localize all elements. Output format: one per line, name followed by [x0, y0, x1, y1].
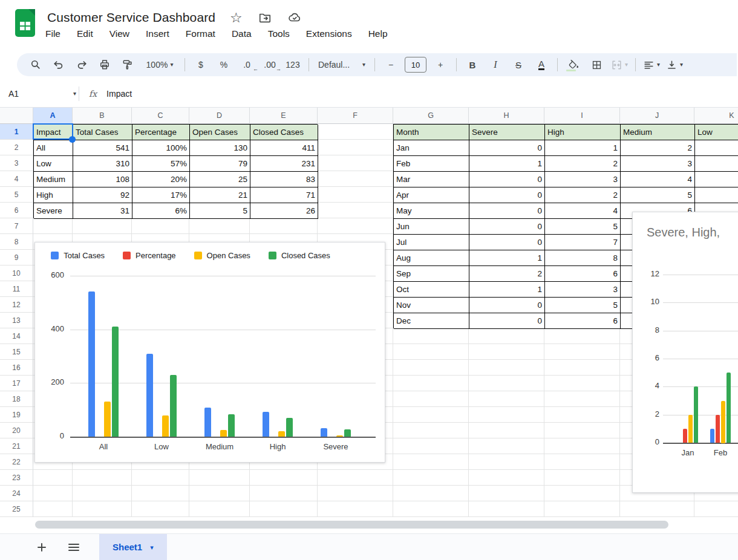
row-header-5[interactable]: 5	[0, 187, 33, 203]
table-cell[interactable]: 0	[469, 219, 545, 235]
table-cell[interactable]: Open Cases	[190, 125, 250, 140]
row-header-14[interactable]: 14	[0, 328, 33, 344]
row-header-12[interactable]: 12	[0, 297, 33, 313]
row-header-16[interactable]: 16	[0, 360, 33, 376]
vertical-align-button[interactable]: ▾	[663, 56, 686, 73]
table-cell[interactable]: 7	[545, 235, 621, 250]
table-cell[interactable]: Nov	[394, 298, 469, 313]
column-header-K[interactable]: K	[694, 108, 738, 124]
table-cell[interactable]: 3	[545, 172, 621, 187]
increase-decimal-button[interactable]: .00→	[258, 56, 281, 73]
menu-tools[interactable]: Tools	[268, 28, 290, 39]
column-header-J[interactable]: J	[620, 108, 694, 124]
menu-edit[interactable]: Edit	[77, 28, 93, 39]
grid-corner[interactable]	[0, 108, 33, 124]
table-cell[interactable]: 6%	[132, 203, 190, 219]
menu-file[interactable]: File	[45, 28, 60, 39]
table-cell[interactable]: Severe	[34, 203, 73, 219]
row-header-20[interactable]: 20	[0, 423, 33, 438]
chart-monthly-chart[interactable]: Severe, High,024681012JanFeb	[632, 212, 738, 493]
percent-format-button[interactable]: %	[212, 56, 235, 73]
table-cell[interactable]: 0	[469, 203, 545, 219]
table-cell[interactable]: 21	[190, 187, 250, 203]
column-header-B[interactable]: B	[73, 108, 132, 124]
table-cell[interactable]: 4	[545, 203, 621, 219]
table-cell[interactable]	[695, 140, 738, 156]
table-cell[interactable]: 0	[469, 187, 545, 203]
number-format-button[interactable]: 123	[281, 56, 304, 73]
table-cell[interactable]: 92	[73, 187, 132, 203]
table-cell[interactable]: High	[545, 125, 621, 140]
table-cell[interactable]: 31	[73, 203, 132, 219]
table-cell[interactable]	[695, 187, 738, 203]
table-cell[interactable]: Sep	[394, 266, 469, 282]
formula-input[interactable]: Impact	[106, 89, 132, 99]
table-cell[interactable]: 0	[469, 172, 545, 187]
print-button[interactable]	[93, 56, 116, 73]
selection-fill-handle[interactable]	[69, 136, 76, 143]
table-cell[interactable]: 57%	[132, 156, 190, 172]
search-button[interactable]	[24, 56, 47, 73]
star-icon[interactable]: ☆	[230, 11, 243, 24]
chart-impact-chart[interactable]: Total CasesPercentageOpen CasesClosed Ca…	[34, 242, 385, 463]
table-cell[interactable]: 17%	[132, 187, 190, 203]
table-cell[interactable]: 1	[469, 156, 545, 172]
table-cell[interactable]: 5	[621, 187, 695, 203]
table-cell[interactable]: 0	[469, 298, 545, 313]
table-cell[interactable]: Feb	[394, 156, 469, 172]
menu-format[interactable]: Format	[186, 28, 215, 39]
table-cell[interactable]: 3	[545, 282, 621, 298]
table-cell[interactable]: All	[34, 140, 73, 156]
italic-button[interactable]: I	[484, 56, 507, 73]
row-header-6[interactable]: 6	[0, 203, 33, 218]
font-select[interactable]: Defaul... ▾	[313, 56, 370, 73]
row-header-19[interactable]: 19	[0, 407, 33, 423]
table-cell[interactable]: 6	[545, 313, 621, 329]
row-header-17[interactable]: 17	[0, 376, 33, 391]
strikethrough-button[interactable]: S	[507, 56, 530, 73]
redo-button[interactable]	[70, 56, 93, 73]
bold-button[interactable]: B	[461, 56, 484, 73]
undo-button[interactable]	[47, 56, 70, 73]
table-cell[interactable]: Total Cases	[73, 125, 132, 140]
fill-color-button[interactable]	[562, 56, 585, 73]
row-header-2[interactable]: 2	[0, 140, 33, 155]
table-cell[interactable]: Percentage	[132, 125, 190, 140]
font-size-input[interactable]: 10	[405, 57, 426, 73]
table-cell[interactable]: 71	[250, 187, 318, 203]
table-cell[interactable]: 4	[621, 172, 695, 187]
table-cell[interactable]: 8	[545, 250, 621, 266]
table-cell[interactable]	[695, 156, 738, 172]
table-cell[interactable]: 2	[469, 266, 545, 282]
table-cell[interactable]: Low	[695, 125, 738, 140]
column-header-A[interactable]: A	[33, 108, 73, 124]
row-header-1[interactable]: 1	[0, 124, 33, 140]
row-header-11[interactable]: 11	[0, 281, 33, 297]
menu-extensions[interactable]: Extensions	[306, 28, 352, 39]
table-cell[interactable]: 541	[73, 140, 132, 156]
column-header-I[interactable]: I	[544, 108, 620, 124]
table-cell[interactable]: May	[394, 203, 469, 219]
menu-view[interactable]: View	[109, 28, 129, 39]
document-title[interactable]: Customer Service Dashboard	[47, 10, 215, 25]
table-cell[interactable]: Mar	[394, 172, 469, 187]
table-cell[interactable]: 1	[469, 250, 545, 266]
sheets-logo[interactable]	[15, 9, 35, 37]
row-header-21[interactable]: 21	[0, 438, 33, 454]
row-header-13[interactable]: 13	[0, 313, 33, 328]
table-cell[interactable]: Low	[34, 156, 73, 172]
table-cell[interactable]: 1	[469, 282, 545, 298]
menu-help[interactable]: Help	[368, 28, 388, 39]
decrease-decimal-button[interactable]: .0←	[235, 56, 258, 73]
table-cell[interactable]: 2	[621, 140, 695, 156]
row-header-3[interactable]: 3	[0, 155, 33, 171]
row-header-18[interactable]: 18	[0, 391, 33, 407]
table-cell[interactable]: Impact	[34, 125, 73, 140]
table-cell[interactable]: 5	[545, 298, 621, 313]
table-cell[interactable]: Severe	[469, 125, 545, 140]
table-cell[interactable]: Closed Cases	[250, 125, 318, 140]
column-header-G[interactable]: G	[393, 108, 469, 124]
table-cell[interactable]: Medium	[34, 172, 73, 187]
table-cell[interactable]: 108	[73, 172, 132, 187]
row-header-22[interactable]: 22	[0, 454, 33, 470]
